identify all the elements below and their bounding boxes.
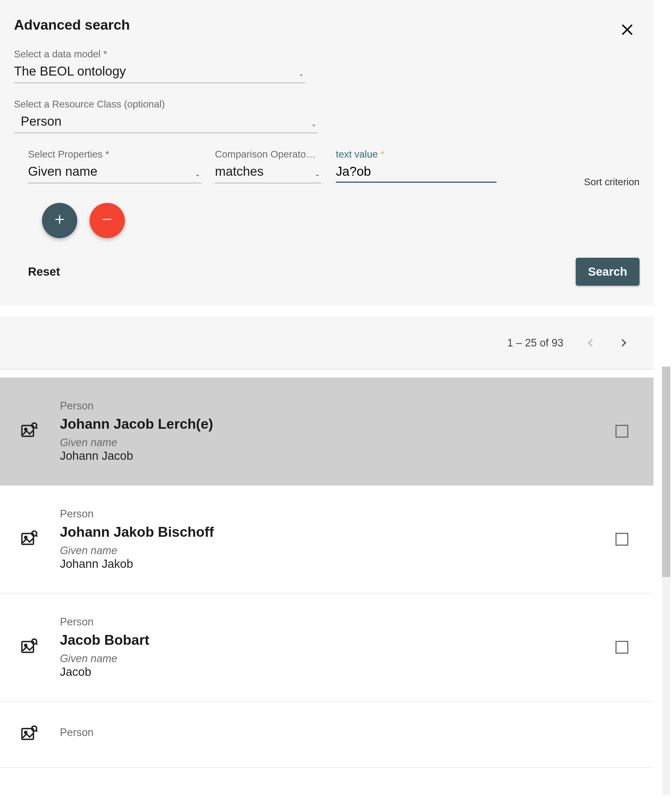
results-list: Person Johann Jacob Lerch(e) Given name … (0, 377, 654, 768)
svg-line-20 (36, 730, 37, 732)
result-property-name: Given name (60, 436, 616, 449)
image-search-icon (19, 724, 40, 745)
svg-line-12 (36, 535, 37, 537)
chevron-left-icon (586, 338, 596, 350)
operator-select[interactable]: matches (215, 162, 321, 183)
result-property-name: Given name (60, 653, 616, 664)
pager-bar: 1 – 25 of 93 (0, 316, 654, 370)
criteria-row: Select Properties * Given name Compariso… (28, 149, 640, 183)
property-select[interactable]: Given name (28, 162, 202, 183)
data-model-value: The BEOL ontology (14, 64, 126, 79)
result-content: Person (60, 727, 628, 743)
resource-class-field: Select a Resource Class (optional) Perso… (14, 99, 318, 133)
text-value-input[interactable] (336, 162, 496, 183)
data-model-label: Select a data model * (14, 48, 305, 60)
image-search-icon (19, 421, 40, 442)
result-title: Jacob Bobart (60, 632, 616, 648)
close-icon (620, 27, 635, 39)
result-item[interactable]: Person Jacob Bobart Given name Jacob (0, 594, 654, 701)
result-property-value: Jacob (60, 665, 616, 679)
result-title: Johann Jakob Bischoff (60, 524, 616, 540)
resource-class-select[interactable]: Person (14, 112, 318, 133)
result-checkbox[interactable] (616, 425, 628, 438)
resource-class-value: Person (21, 113, 62, 129)
image-search-icon (19, 637, 40, 658)
result-type: Person (60, 508, 616, 520)
svg-line-8 (36, 427, 37, 428)
chevron-down-icon (297, 67, 305, 75)
add-criterion-button[interactable] (42, 203, 77, 238)
panel-title: Advanced search (14, 17, 640, 33)
plus-icon (53, 213, 66, 228)
result-type: Person (60, 727, 628, 738)
operator-value: matches (215, 164, 264, 179)
result-title: Johann Jacob Lerch(e) (60, 416, 616, 432)
pager-next-button[interactable] (618, 338, 628, 348)
result-content: Person Jacob Bobart Given name Jacob (60, 616, 616, 679)
results-section: 1 – 25 of 93 (0, 316, 654, 768)
result-checkbox[interactable] (616, 533, 628, 546)
result-checkbox[interactable] (616, 641, 628, 654)
pager-prev-button[interactable] (586, 338, 596, 348)
result-item[interactable]: Person Johann Jacob Lerch(e) Given name … (0, 377, 654, 486)
result-item[interactable]: Person (0, 701, 654, 768)
remove-criterion-button[interactable] (90, 203, 125, 238)
image-search-icon (19, 529, 40, 550)
chevron-down-icon (194, 167, 202, 175)
result-type: Person (60, 616, 616, 628)
criteria-buttons (42, 203, 640, 238)
chevron-down-icon (310, 117, 318, 125)
svg-line-16 (36, 644, 37, 644)
chevron-right-icon (618, 338, 628, 350)
result-content: Person Johann Jakob Bischoff Given name … (60, 508, 616, 570)
text-value-label: text value * (336, 149, 509, 160)
resource-class-label: Select a Resource Class (optional) (14, 99, 318, 110)
result-item[interactable]: Person Johann Jakob Bischoff Given name … (0, 486, 654, 594)
minus-icon (101, 213, 114, 228)
close-button[interactable] (620, 22, 637, 39)
scrollbar-thumb[interactable] (662, 367, 670, 577)
panel-footer: Reset Search (14, 258, 640, 286)
operator-label: Comparison Operato… (215, 149, 321, 160)
advanced-search-panel: Advanced search Select a data model * Th… (0, 0, 654, 305)
data-model-select[interactable]: The BEOL ontology (14, 62, 305, 83)
chevron-down-icon (314, 167, 321, 175)
data-model-field: Select a data model * The BEOL ontology (14, 48, 305, 83)
property-value: Given name (28, 164, 98, 179)
reset-button[interactable]: Reset (28, 265, 60, 278)
result-type: Person (60, 400, 616, 412)
pager-range: 1 – 25 of 93 (507, 337, 563, 349)
property-label: Select Properties * (28, 149, 202, 160)
result-content: Person Johann Jacob Lerch(e) Given name … (60, 400, 616, 463)
search-button[interactable]: Search (576, 258, 640, 286)
result-property-value: Johann Jakob (60, 557, 616, 570)
sort-criterion-link[interactable]: Sort criterion (584, 176, 640, 187)
result-property-name: Given name (60, 545, 616, 557)
result-property-value: Johann Jacob (60, 449, 616, 463)
